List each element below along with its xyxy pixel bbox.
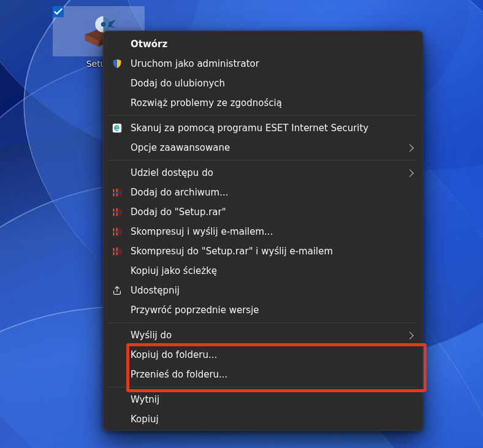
menu-run-as-admin-label: Uruchom jako administrator [131,58,413,69]
svg-rect-20 [113,231,122,233]
menu-winrar-compress-setup-email-label: Skompresuj do "Setup.rar" i wyślij e-mai… [131,246,413,257]
menu-restore-previous-label: Przywróć poprzednie wersje [131,305,413,316]
menu-open-label: Otwórz [131,39,413,50]
menu-copy-as-path[interactable]: Kopiuj jako ścieżkę [104,261,422,281]
blank-icon [111,329,123,341]
menu-copy[interactable]: Kopiuj [104,409,422,429]
menu-troubleshoot-compat[interactable]: Rozwiąż problemy ze zgodnością [104,93,422,113]
menu-send-to[interactable]: Wyślij do [104,325,422,345]
blank-icon [111,142,123,154]
chevron-right-icon [406,332,414,340]
menu-winrar-add-archive-label: Dodaj do archiwum... [131,187,413,198]
selection-check-icon [53,6,64,17]
menu-add-favorites-label: Dodaj do ulubionych [131,78,413,89]
winrar-icon [111,226,123,238]
menu-advanced-options[interactable]: Opcje zaawansowane [104,138,422,158]
menu-add-favorites[interactable]: Dodaj do ulubionych [104,74,422,93]
menu-copy-as-path-label: Kopiuj jako ścieżkę [131,265,413,276]
menu-winrar-compress-setup-email[interactable]: Skompresuj do "Setup.rar" i wyślij e-mai… [104,241,422,261]
shield-admin-icon [111,58,123,70]
menu-eset-scan[interactable]: Skanuj za pomocą programu ESET Internet … [104,118,422,138]
share-icon [111,284,123,297]
menu-move-to-folder[interactable]: Przenieś do folderu... [104,365,422,384]
menu-restore-previous[interactable]: Przywróć poprzednie wersje [104,300,422,320]
menu-share[interactable]: Udostępnij [104,281,422,300]
menu-winrar-add-setup[interactable]: Dodaj do "Setup.rar" [104,202,422,222]
chevron-right-icon [406,144,414,152]
blank-icon [111,97,123,109]
menu-copy-label: Kopiuj [131,414,413,425]
menu-eset-scan-label: Skanuj za pomocą programu ESET Internet … [131,123,413,134]
svg-rect-26 [113,251,122,252]
blank-icon [111,304,123,316]
blank-icon [111,413,123,425]
menu-winrar-add-setup-label: Dodaj do "Setup.rar" [131,207,413,218]
menu-cut-label: Wytnij [131,394,413,405]
menu-move-to-folder-label: Przenieś do folderu... [131,369,413,380]
blank-icon [111,265,123,277]
blank-icon [111,167,123,179]
menu-share-label: Udostępnij [131,285,413,296]
eset-icon [111,122,123,134]
menu-give-access[interactable]: Udziel dostępu do [104,163,422,183]
blank-icon [111,349,123,361]
menu-give-access-label: Udziel dostępu do [131,167,395,178]
menu-troubleshoot-label: Rozwiąż problemy ze zgodnością [131,97,413,108]
menu-separator [108,387,417,387]
menu-copy-to-folder-label: Kopiuj do folderu... [131,349,413,360]
blank-icon [111,368,123,381]
blank-icon [111,393,123,406]
menu-separator [108,115,417,116]
winrar-icon [111,206,123,218]
svg-rect-8 [113,192,122,194]
menu-run-as-admin[interactable]: Uruchom jako administrator [104,54,422,74]
menu-separator [108,160,417,161]
blank-icon [111,38,123,50]
menu-winrar-add-archive[interactable]: Dodaj do archiwum... [104,183,422,202]
winrar-icon [111,245,123,257]
menu-winrar-compress-email[interactable]: Skompresuj i wyślij e-mailem... [104,222,422,241]
chevron-right-icon [406,169,414,177]
menu-open[interactable]: Otwórz [104,34,422,54]
menu-cut[interactable]: Wytnij [104,390,422,409]
menu-winrar-compress-email-label: Skompresuj i wyślij e-mailem... [131,226,413,237]
context-menu: Otwórz Uruchom jako administrator Dodaj … [103,31,423,431]
menu-send-to-label: Wyślij do [131,330,395,341]
menu-separator [108,322,417,323]
menu-advanced-options-label: Opcje zaawansowane [131,142,395,153]
blank-icon [111,77,123,89]
svg-point-1 [101,22,106,27]
winrar-icon [111,186,123,199]
svg-rect-14 [113,211,122,213]
menu-copy-to-folder[interactable]: Kopiuj do folderu... [104,345,422,365]
